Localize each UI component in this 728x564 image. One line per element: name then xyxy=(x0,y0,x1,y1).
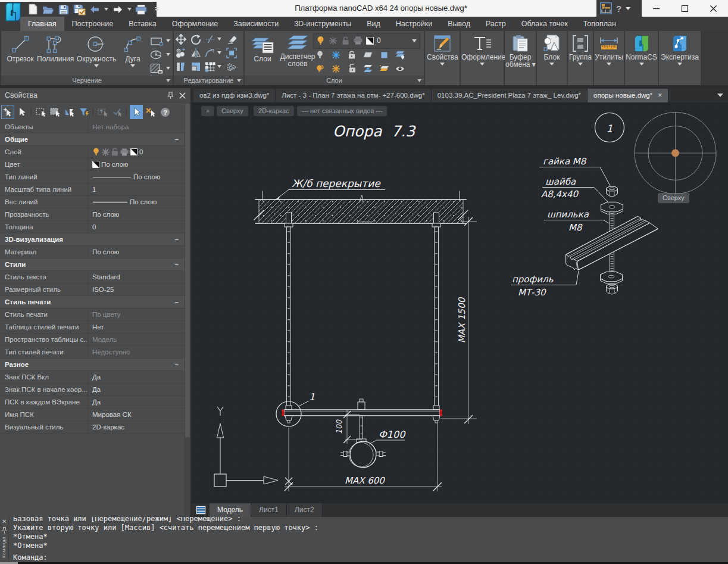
layer-print-icon[interactable] xyxy=(354,36,363,45)
deselect-button[interactable] xyxy=(144,105,157,119)
property-value[interactable]: ISO-25 xyxy=(88,286,185,293)
normacs-panel-dropdown[interactable] xyxy=(639,63,644,66)
ribbon-tab-Облака точек[interactable]: Облака точек xyxy=(514,17,576,31)
viewport-add-view-button[interactable]: + xyxy=(201,106,214,116)
layers-button[interactable]: Слои xyxy=(248,35,277,63)
properties-section-Стиль печати[interactable]: Стиль печати– xyxy=(0,296,185,309)
ribbon-tab-3D-инструменты[interactable]: 3D-инструменты xyxy=(286,17,359,31)
decor-panel-dropdown[interactable] xyxy=(480,63,485,66)
ribbon-tab-Главная[interactable]: Главная xyxy=(20,17,64,31)
property-value[interactable]: Да xyxy=(88,373,185,381)
ribbon-tab-Вывод[interactable]: Вывод xyxy=(440,17,478,31)
ribbon-tab-Вставка[interactable]: Вставка xyxy=(121,17,164,31)
selection-filter-button[interactable] xyxy=(77,105,90,119)
normacs-button[interactable]: NormaCS xyxy=(626,34,657,66)
append-select-button[interactable] xyxy=(1,105,14,119)
command-input[interactable]: Команда: xyxy=(10,553,728,562)
command-pin-icon[interactable] xyxy=(2,527,7,534)
interface-settings-button[interactable] xyxy=(600,2,612,14)
help-dropdown[interactable] xyxy=(626,7,630,10)
stretch-button[interactable] xyxy=(176,61,186,72)
collapse-icon[interactable]: – xyxy=(175,261,179,268)
array-dropdown[interactable] xyxy=(217,65,221,68)
edit-panel-dropdown[interactable] xyxy=(237,79,241,82)
layer-lock-icon[interactable] xyxy=(342,36,349,45)
command-close-icon[interactable]: ✕ xyxy=(2,519,7,525)
properties-help-button[interactable]: ? xyxy=(158,105,171,119)
redo-dropdown[interactable] xyxy=(127,3,132,16)
properties-section-Стили[interactable]: Стили– xyxy=(0,258,185,271)
panel-strip-layers[interactable]: Слои xyxy=(245,76,424,85)
save-all-button[interactable] xyxy=(73,3,86,16)
layout-tab-Модель[interactable]: Модель xyxy=(210,503,251,517)
ellipse-tool-button[interactable] xyxy=(149,49,164,60)
layer-freeze-all-button[interactable] xyxy=(330,63,341,74)
trim-button[interactable] xyxy=(205,34,215,45)
doc-tabs-overflow-dropdown[interactable] xyxy=(717,94,723,97)
ribbon-tab-Вид[interactable]: Вид xyxy=(359,17,388,31)
layer-plane-button[interactable] xyxy=(363,49,373,60)
move-button[interactable] xyxy=(176,34,186,45)
help-button[interactable]: ? xyxy=(616,4,621,14)
rotate-button[interactable] xyxy=(190,34,201,45)
minimize-button[interactable] xyxy=(642,0,670,17)
circle-dropdown[interactable] xyxy=(94,64,99,67)
property-value[interactable]: По слою xyxy=(88,161,185,168)
property-value[interactable]: 2D-каркас xyxy=(88,423,185,431)
rectangle-tool-button[interactable] xyxy=(149,36,164,46)
ribbon-tab-Оформление[interactable]: Оформление xyxy=(164,17,226,31)
new-file-button[interactable] xyxy=(26,3,39,16)
layer-walk-button[interactable] xyxy=(395,49,405,60)
properties-button[interactable]: Свойства xyxy=(427,34,458,66)
save-button[interactable] xyxy=(57,3,70,16)
document-tab[interactable]: Лист - 3 - План 7 этажа на отм- +27-600.… xyxy=(276,89,431,102)
ellipse-dropdown[interactable] xyxy=(166,53,170,56)
layer-color-swatch[interactable] xyxy=(366,37,374,45)
layer-combo-dropdown[interactable] xyxy=(412,39,417,42)
document-tab[interactable]: опоры новые.dwg*× xyxy=(588,89,668,102)
layer-prev-button[interactable] xyxy=(314,63,325,74)
apply-selection-button[interactable] xyxy=(111,105,124,119)
decor-button[interactable]: Оформление xyxy=(461,34,503,66)
group-panel-dropdown[interactable] xyxy=(578,63,583,66)
layer-isolate-button[interactable] xyxy=(379,63,389,74)
viewport-linked-views-button[interactable]: --- нет связанных видов --- xyxy=(297,106,387,116)
collapse-icon[interactable]: – xyxy=(175,361,179,368)
undo-button[interactable] xyxy=(88,3,101,16)
property-value[interactable]: Нет набора xyxy=(88,123,185,130)
layer-merge-button[interactable] xyxy=(363,63,373,74)
quick-select-button[interactable] xyxy=(63,105,76,119)
ribbon-tab-Настройки[interactable]: Настройки xyxy=(388,17,440,31)
collapse-icon[interactable]: – xyxy=(175,136,179,143)
panel-close-icon[interactable] xyxy=(179,92,186,99)
tab-close-icon[interactable]: × xyxy=(658,89,662,102)
scale-copy-button[interactable] xyxy=(190,61,201,72)
drawing-viewport[interactable]: Опора 7.3 Ж/б перекрытие xyxy=(192,102,728,503)
trim-dropdown[interactable] xyxy=(217,38,221,40)
property-value[interactable]: По слою xyxy=(88,248,185,255)
properties-section-3D-визуализация[interactable]: 3D-визуализация– xyxy=(0,233,185,246)
scale-button[interactable] xyxy=(226,48,237,58)
rectangle-dropdown[interactable] xyxy=(166,39,170,42)
layer-unlock-all-button[interactable] xyxy=(346,63,357,74)
group-button[interactable]: Группа xyxy=(568,34,592,66)
block-panel-dropdown[interactable] xyxy=(549,63,554,66)
property-value[interactable]: 1 xyxy=(88,186,185,193)
panel-strip-edit[interactable]: Редактирование xyxy=(174,76,243,85)
layer-manager-button[interactable]: Диспетчерслоёв xyxy=(279,35,316,67)
offset-button[interactable] xyxy=(226,61,237,72)
panel-strip-draw[interactable]: Черчение xyxy=(1,76,173,85)
viewport-view-button[interactable]: Сверху xyxy=(217,106,248,116)
layer-hide-button[interactable] xyxy=(395,63,405,74)
property-value[interactable]: По цвету xyxy=(88,311,185,318)
layout-tab-Лист2[interactable]: Лист2 xyxy=(287,503,323,517)
properties-section-Разное[interactable]: Разное– xyxy=(0,359,185,371)
hatch-tool-button[interactable] xyxy=(149,63,164,74)
array-button[interactable] xyxy=(205,61,215,72)
utils-button[interactable]: Утилиты xyxy=(595,34,623,66)
close-button[interactable] xyxy=(699,0,728,17)
expert-panel-dropdown[interactable] xyxy=(677,63,682,66)
layer-bulb-icon[interactable] xyxy=(316,36,325,46)
property-value[interactable]: По слою xyxy=(88,198,185,205)
property-value[interactable]: По слою xyxy=(88,211,185,218)
